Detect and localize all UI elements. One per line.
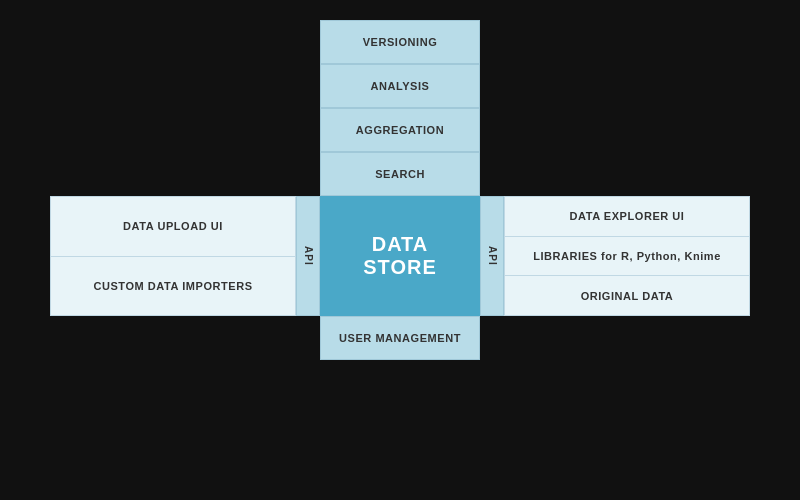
top-blocks: VERSIONING ANALYSIS AGGREGATION SEARCH: [320, 20, 480, 196]
user-management-block: USER MANAGEMENT: [320, 316, 480, 360]
aggregation-block: AGGREGATION: [320, 108, 480, 152]
middle-row: DATA UPLOAD UI CUSTOM DATA IMPORTERS API…: [50, 196, 750, 316]
original-data-block: ORIGINAL DATA: [505, 276, 749, 315]
custom-data-importers-block: CUSTOM DATA IMPORTERS: [51, 257, 295, 316]
versioning-block: VERSIONING: [320, 20, 480, 64]
right-api-label: API: [480, 196, 504, 316]
data-upload-ui-block: DATA UPLOAD UI: [51, 197, 295, 257]
libraries-block: LIBRARIES for R, Python, Knime: [505, 237, 749, 277]
right-panel: DATA EXPLORER UI LIBRARIES for R, Python…: [504, 196, 750, 316]
left-api-label: API: [296, 196, 320, 316]
architecture-diagram: VERSIONING ANALYSIS AGGREGATION SEARCH D…: [50, 20, 750, 480]
data-explorer-ui-block: DATA EXPLORER UI: [505, 197, 749, 237]
center-spacer: [320, 196, 480, 316]
left-panel: DATA UPLOAD UI CUSTOM DATA IMPORTERS: [50, 196, 296, 316]
search-block: SEARCH: [320, 152, 480, 196]
analysis-block: ANALYSIS: [320, 64, 480, 108]
